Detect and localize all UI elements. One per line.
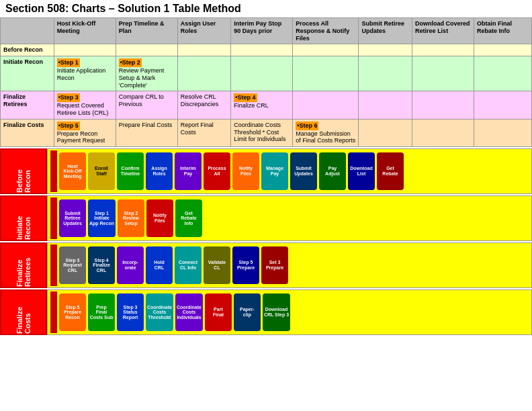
chip-step4: Step 4FinalizeCRL	[88, 246, 115, 284]
chip-step1: Step 1InitiateApp Recon	[88, 199, 116, 237]
chip-paperclip: Paper-clip	[234, 293, 261, 331]
cell-fc-8	[474, 119, 532, 146]
cell-fc-4: Coordinate Costs Threshold * Cost Limit …	[231, 119, 293, 146]
chip-assign: AssignRoles	[146, 152, 173, 190]
red-bar-initiate	[50, 197, 57, 239]
red-bar	[50, 150, 57, 192]
chip-step3-status: Step 3StatusReport	[117, 293, 144, 331]
chip-connect: ConnectCL Info	[175, 246, 202, 284]
chip-confirm: ConfirmTimeline	[117, 152, 144, 190]
timeline-row-finalize-c: Finalize Costs Step 5PrepareRecon PrepFi…	[0, 289, 532, 335]
timeline-bar-finalize-r: Step 3RequestCRL Step 4FinalizeCRL Incor…	[47, 242, 532, 288]
cell-initiate-1: •Step 1Initiate Application Recon	[54, 56, 116, 91]
cell-initiate-2: •Step 2Review Payment Setup & Mark 'Comp…	[116, 56, 177, 91]
cell-before-4	[231, 44, 293, 56]
cell-fr-2: Compare CRL to Previous	[116, 91, 177, 119]
timeline-label-initiate: Initiate Recon	[0, 195, 47, 241]
chip-step2: Step 2ReviewSetup	[118, 199, 144, 237]
timeline-row-before: Before Recon HostKick-OffMeeting EnrollS…	[0, 148, 532, 194]
cell-fr-1: •Step 3Request Covered Retiree Lists (CR…	[54, 91, 116, 119]
col-header-row	[1, 18, 54, 44]
chip-process-all: ProcessAll	[204, 152, 230, 190]
cell-fr-8	[474, 91, 532, 119]
row-label-finalize-r: Finalize Retirees	[1, 91, 54, 119]
col-header-interim: Interim Pay Stop 90 Days prior	[231, 18, 293, 44]
row-label-initiate: Initiate Recon	[1, 56, 54, 91]
chip-pay-adj: PayAdjust	[319, 152, 346, 190]
timeline-label-finalize-r: Finalize Retirees	[0, 242, 47, 288]
timeline-bar-finalize-c: Step 5PrepareRecon PrepFinalCosts Sub St…	[47, 289, 532, 335]
cell-before-3	[177, 44, 231, 56]
chip-notify: NotifyFiles	[232, 152, 259, 190]
cell-initiate-5	[293, 56, 359, 91]
chip-step3: Step 3RequestCRL	[59, 246, 86, 284]
chip-submit-ret: SubmitRetireeUpdates	[59, 199, 86, 237]
main-table: Host Kick-Off Meeting Prep Timeline & Pl…	[0, 17, 532, 147]
cell-initiate-3	[177, 56, 231, 91]
chip-set3: Set 3Prepare	[261, 246, 288, 284]
chip-coord-thresh: CoordinateCostsThreshold	[146, 293, 173, 331]
timeline-section: Before Recon HostKick-OffMeeting EnrollS…	[0, 148, 532, 335]
row-label-before: Before Recon	[1, 44, 54, 56]
cell-initiate-4	[231, 56, 293, 91]
chip-manage-pay: ManagePay	[261, 152, 288, 190]
timeline-row-finalize-r: Finalize Retirees Step 3RequestCRL Step …	[0, 242, 532, 288]
cell-fc-6	[359, 119, 412, 146]
col-header-assign: Assign User Roles	[177, 18, 231, 44]
cell-initiate-6	[359, 56, 412, 91]
timeline-label-finalize-c: Finalize Costs	[0, 289, 47, 335]
timeline-bar-before: HostKick-OffMeeting EnrollStaff ConfirmT…	[47, 148, 532, 194]
timeline-label-before: Before Recon	[0, 148, 47, 194]
chip-enroll: EnrollStaff	[88, 152, 115, 190]
cell-initiate-8	[474, 56, 532, 91]
timeline-row-initiate: Initiate Recon SubmitRetireeUpdates Step…	[0, 195, 532, 241]
chip-kickoff: HostKick-OffMeeting	[59, 152, 86, 190]
row-label-finalize-c: Finalize Costs	[1, 119, 54, 146]
cell-before-8	[474, 44, 532, 56]
cell-fr-3: Resolve CRL Discrepancies	[177, 91, 231, 119]
cell-before-2	[116, 44, 177, 56]
timeline-bar-initiate: SubmitRetireeUpdates Step 1InitiateApp R…	[47, 195, 532, 241]
red-bar-fc	[50, 291, 57, 333]
col-header-download: Download Covered Retiree List	[412, 18, 474, 44]
chip-notify2: NotifyFiles	[146, 199, 173, 237]
chip-part-final: PartFinal	[205, 293, 232, 331]
chip-interim: InterimPay	[175, 152, 202, 190]
chip-rebate2: GetRebateInfo	[175, 199, 202, 237]
chip-download: DownloadList	[348, 152, 375, 190]
cell-fc-3: Report Final Costs	[177, 119, 231, 146]
cell-initiate-7	[412, 56, 474, 91]
col-header-obtain: Obtain Final Rebate Info	[474, 18, 532, 44]
cell-fr-6	[359, 91, 412, 119]
red-bar-fr	[50, 244, 57, 286]
chip-step5a: Step 5Prepare	[232, 246, 259, 284]
cell-fc-1: •Step 5Prepare Recon Payment Request	[54, 119, 116, 146]
chip-incorporate: Incorp-orate	[117, 246, 144, 284]
cell-fr-7	[412, 91, 474, 119]
chip-holdcrl: HoldCRL	[146, 246, 173, 284]
chip-coord-ind: CoordinateCostsIndividuals	[175, 293, 203, 331]
col-header-kickoff: Host Kick-Off Meeting	[54, 18, 116, 44]
chip-validate: ValidateCL	[204, 246, 230, 284]
cell-fr-5	[293, 91, 359, 119]
chip-rebate: GetRebate	[377, 152, 404, 190]
chip-step5-recon: Step 5PrepareRecon	[59, 293, 86, 331]
cell-before-7	[412, 44, 474, 56]
cell-before-1	[54, 44, 116, 56]
cell-fc-7	[412, 119, 474, 146]
chip-submit-upd: SubmitUpdates	[290, 152, 317, 190]
cell-before-5	[293, 44, 359, 56]
page-title: Section 508: Charts – Solution 1 Table M…	[0, 0, 532, 17]
col-header-process: Process All Response & Notify Files	[293, 18, 359, 44]
cell-fr-4: •Step 4Finalize CRL	[231, 91, 293, 119]
cell-fc-5: •Step 6Manage Submission of Final Costs …	[293, 119, 359, 146]
cell-fc-2: Prepare Final Costs	[116, 119, 177, 146]
col-header-submit: Submit Retiree Updates	[359, 18, 412, 44]
chip-download-crl: DownloadCRL Step 3	[263, 293, 290, 331]
chip-prep-final: PrepFinalCosts Sub	[88, 293, 115, 331]
col-header-prep: Prep Timeline & Plan	[116, 18, 177, 44]
cell-before-6	[359, 44, 412, 56]
